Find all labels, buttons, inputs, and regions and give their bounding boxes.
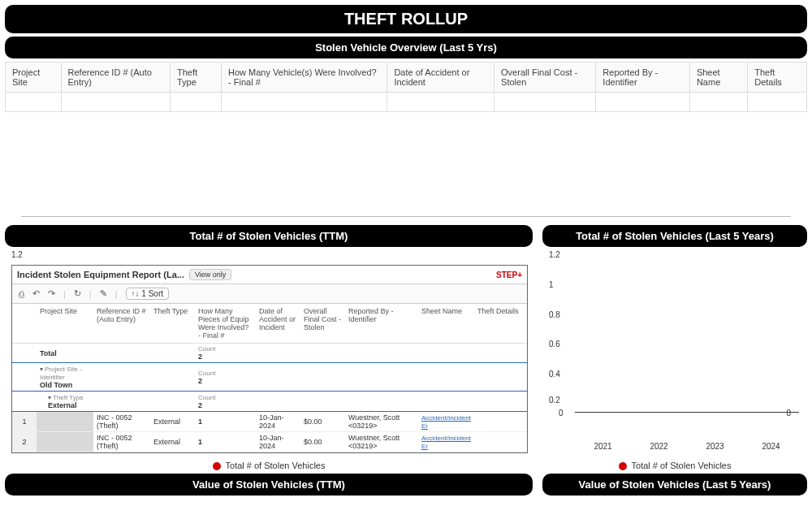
brand-logo: STEP+	[496, 270, 522, 279]
report-toolbar: ⎙ ↶ ↷ | ↻ | ✎ | ↑↓ 1 Sort	[12, 284, 527, 304]
rpt-col-site[interactable]: Project Site	[37, 304, 93, 344]
chart-5yr-legend: Total # of Stolen Vehicles	[542, 451, 807, 474]
table-row[interactable]: 1 INC - 0052 (Theft) External 1 10-Jan-2…	[12, 412, 527, 432]
group-type[interactable]: ▾Theft TypeExternal Count2	[12, 392, 527, 412]
sheet-link[interactable]: Accident/Incident Er	[421, 435, 471, 450]
col-final-cost[interactable]: Overall Final Cost - Stolen	[495, 63, 596, 93]
col-theft-type[interactable]: Theft Type	[171, 63, 222, 93]
print-icon[interactable]: ⎙	[19, 289, 24, 299]
table-row[interactable]	[6, 93, 807, 112]
page-title: THEFT ROLLUP	[5, 5, 807, 33]
undo-icon[interactable]: ↶	[32, 288, 40, 299]
highlight-icon[interactable]: ✎	[100, 288, 107, 299]
chart-ttm-area: 1.2 Incident Stolen Equipment Report (La…	[5, 250, 533, 437]
group-site[interactable]: ▾Project Site - IdentifierOld Town Count…	[12, 363, 527, 392]
overview-table: Project Site Reference ID # (Auto Entry)…	[5, 62, 807, 112]
value-5yr-title: Value of Stolen Vehicles (Last 5 Years)	[542, 474, 807, 496]
col-reported-by[interactable]: Reported By - Identifier	[596, 63, 690, 93]
chart-5yr-x-axis: 20212022 20232024	[542, 437, 807, 451]
refresh-icon[interactable]: ↻	[74, 288, 81, 299]
col-project-site[interactable]: Project Site	[6, 63, 62, 93]
rpt-col-sheet[interactable]: Sheet Name	[418, 304, 474, 344]
report-table: Project Site Reference ID # (Auto Entry)…	[12, 304, 527, 452]
table-row[interactable]: 2 INC - 0052 (Theft) External 1 10-Jan-2…	[12, 432, 527, 452]
rpt-col-reporter[interactable]: Reported By - Identifier	[345, 304, 418, 344]
rpt-col-ref[interactable]: Reference ID # (Auto Entry)	[93, 304, 150, 344]
value-ttm-title: Value of Stolen Vehicles (TTM)	[5, 474, 533, 496]
report-title: Incident Stolen Equipment Report (La...	[17, 270, 184, 279]
rpt-col-details[interactable]: Theft Details	[474, 304, 527, 344]
chart-ttm-legend: Total # of Stolen Vehicles	[5, 451, 533, 474]
group-total[interactable]: Total Count2	[12, 344, 527, 363]
data-label: 0	[786, 409, 791, 418]
overview-title: Stolen Vehicle Overview (Last 5 Yrs)	[5, 37, 807, 58]
legend-dot-icon	[619, 462, 627, 470]
rpt-col-cost[interactable]: Overall Final Cost - Stolen	[300, 304, 345, 344]
col-date[interactable]: Date of Accident or Incident	[387, 63, 495, 93]
rpt-col-type[interactable]: Theft Type	[150, 304, 195, 344]
y-axis-top: 1.2	[11, 250, 23, 259]
chart-5yr-area: 1.2 1 0.8 0.6 0.4 0.2 0 0	[542, 250, 807, 437]
chart-ttm-title: Total # of Stolen Vehicles (TTM)	[5, 225, 533, 247]
view-only-badge: View only	[189, 269, 231, 280]
sheet-link[interactable]: Accident/Incident Er	[421, 414, 471, 430]
rpt-col-pieces[interactable]: How Many Pieces of Equip Were Involved? …	[195, 304, 256, 344]
incident-report-panel[interactable]: Incident Stolen Equipment Report (La... …	[11, 265, 528, 453]
col-theft-details[interactable]: Theft Details	[748, 63, 807, 93]
rpt-col-date[interactable]: Date of Accident or Incident	[256, 304, 300, 344]
redo-icon[interactable]: ↷	[48, 288, 55, 299]
chart-5yr-title: Total # of Stolen Vehicles (Last 5 Years…	[542, 225, 807, 247]
col-reference-id[interactable]: Reference ID # (Auto Entry)	[61, 63, 170, 93]
col-sheet-name[interactable]: Sheet Name	[689, 63, 747, 93]
divider	[21, 216, 791, 217]
col-vehicles-involved[interactable]: How Many Vehicle(s) Were Involved? - Fin…	[222, 63, 387, 93]
legend-dot-icon	[213, 462, 221, 470]
sort-button[interactable]: ↑↓ 1 Sort	[126, 288, 169, 300]
